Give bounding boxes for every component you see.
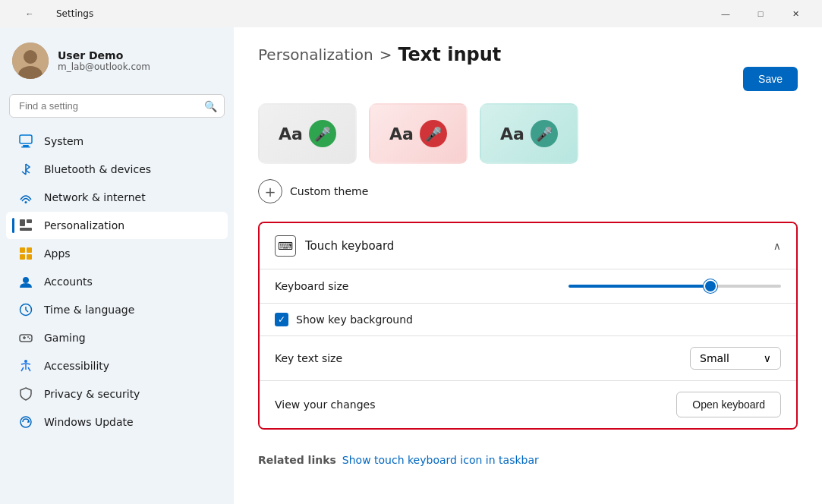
- close-button[interactable]: ✕: [778, 0, 813, 27]
- custom-theme-row[interactable]: + Custom theme: [258, 179, 798, 203]
- search-box: 🔍: [9, 94, 225, 118]
- sidebar-item-apps[interactable]: Apps: [6, 240, 228, 267]
- key-text-size-label: Key text size: [275, 352, 342, 364]
- keyboard-size-slider[interactable]: [568, 285, 781, 288]
- sidebar-item-gaming[interactable]: Gaming: [6, 324, 228, 351]
- titlebar-controls: — □ ✕: [708, 0, 813, 27]
- sidebar-item-update[interactable]: Windows Update: [6, 408, 228, 436]
- sidebar-label-time: Time & language: [44, 304, 134, 316]
- theme-aa-pink: Aa: [389, 124, 414, 143]
- theme-card-pink[interactable]: Aa 🎤: [369, 103, 468, 164]
- svg-rect-3: [20, 135, 32, 143]
- network-icon: [18, 190, 33, 205]
- chevron-up-icon: ∧: [773, 240, 781, 252]
- breadcrumb-separator: >: [380, 46, 392, 64]
- sidebar-label-system: System: [44, 135, 83, 147]
- breadcrumb-current: Text input: [398, 44, 501, 65]
- svg-point-19: [24, 360, 27, 363]
- key-text-size-dropdown[interactable]: Small ∨: [690, 347, 781, 370]
- slider-container: [568, 285, 781, 288]
- keyboard-size-row: Keyboard size: [260, 269, 796, 303]
- theme-card-light[interactable]: Aa 🎤: [258, 103, 357, 164]
- maximize-button[interactable]: □: [743, 0, 778, 27]
- svg-point-6: [25, 201, 27, 203]
- sidebar-label-update: Windows Update: [44, 416, 134, 428]
- svg-rect-5: [21, 146, 30, 148]
- personalization-icon: [18, 218, 33, 233]
- theme-aa-teal: Aa: [500, 124, 524, 143]
- sidebar-item-personalization[interactable]: Personalization: [6, 212, 228, 239]
- svg-rect-4: [23, 145, 29, 146]
- dropdown-chevron-icon: ∨: [764, 352, 771, 364]
- open-keyboard-button[interactable]: Open keyboard: [676, 392, 781, 417]
- show-key-bg-label: Show key background: [296, 313, 413, 326]
- view-changes-label: View your changes: [275, 398, 375, 411]
- user-email: m_lab@outlook.com: [58, 61, 150, 72]
- svg-rect-9: [27, 219, 32, 223]
- sidebar-label-apps: Apps: [44, 247, 71, 260]
- sidebar-item-accounts[interactable]: Accounts: [6, 268, 228, 295]
- user-name: User Demo: [58, 49, 150, 61]
- accounts-icon: [18, 274, 33, 289]
- save-themes-button[interactable]: Save: [743, 67, 798, 91]
- custom-theme-label: Custom theme: [290, 185, 368, 197]
- sidebar-nav: System Bluetooth & devices Network & int…: [0, 127, 234, 436]
- touch-keyboard-header[interactable]: ⌨ Touch keyboard ∧: [260, 223, 796, 269]
- update-icon: [18, 414, 33, 430]
- svg-rect-12: [20, 254, 25, 260]
- gaming-icon: [18, 330, 33, 345]
- search-input[interactable]: [9, 94, 225, 118]
- theme-cards: Aa 🎤 Aa 🎤 Aa 🎤: [258, 103, 798, 164]
- sidebar-label-gaming: Gaming: [44, 332, 86, 344]
- svg-rect-11: [27, 247, 32, 253]
- svg-point-20: [20, 417, 31, 427]
- content-body: Save Aa 🎤 Aa 🎤 Aa 🎤 + Custom t: [234, 67, 822, 496]
- search-icon: 🔍: [204, 100, 217, 112]
- sidebar-label-accounts: Accounts: [44, 276, 93, 288]
- sidebar-item-privacy[interactable]: Privacy & security: [6, 380, 228, 408]
- sidebar-item-time[interactable]: Time & language: [6, 296, 228, 323]
- privacy-icon: [18, 386, 33, 402]
- show-key-bg-checkbox[interactable]: ✓: [275, 313, 288, 326]
- mic-bubble-pink: 🎤: [420, 120, 447, 147]
- related-links-label: Related links: [258, 454, 336, 466]
- svg-rect-7: [20, 228, 32, 231]
- sidebar-label-bluetooth: Bluetooth & devices: [44, 163, 151, 175]
- sidebar: User Demo m_lab@outlook.com 🔍 System Blu…: [0, 27, 234, 504]
- svg-rect-13: [27, 254, 32, 260]
- bluetooth-icon: [18, 162, 33, 177]
- touch-keyboard-title: Touch keyboard: [305, 239, 394, 253]
- add-theme-icon: +: [258, 179, 282, 203]
- minimize-button[interactable]: —: [708, 0, 743, 27]
- related-link-taskbar[interactable]: Show touch keyboard icon in taskbar: [342, 454, 539, 466]
- user-info: User Demo m_lab@outlook.com: [58, 49, 150, 72]
- sidebar-item-network[interactable]: Network & internet: [6, 184, 228, 211]
- back-button[interactable]: ←: [12, 0, 47, 27]
- titlebar: ← Settings — □ ✕: [0, 0, 822, 27]
- breadcrumb-parent: Personalization: [258, 46, 373, 64]
- svg-point-1: [24, 50, 37, 64]
- theme-card-teal[interactable]: Aa 🎤: [480, 103, 578, 164]
- titlebar-title: Settings: [56, 8, 93, 19]
- main-content: Personalization > Text input Save Save A…: [234, 27, 822, 504]
- sidebar-item-bluetooth[interactable]: Bluetooth & devices: [6, 156, 228, 183]
- sidebar-item-system[interactable]: System: [6, 128, 228, 155]
- sidebar-label-network: Network & internet: [44, 191, 146, 203]
- sidebar-item-accessibility[interactable]: Accessibility: [6, 352, 228, 380]
- svg-point-17: [27, 336, 29, 338]
- user-profile[interactable]: User Demo m_lab@outlook.com: [0, 33, 234, 94]
- svg-point-14: [23, 277, 29, 283]
- keyboard-size-label: Keyboard size: [275, 280, 348, 292]
- system-icon: [18, 134, 33, 149]
- sidebar-label-accessibility: Accessibility: [44, 360, 109, 372]
- avatar: [12, 43, 49, 79]
- show-key-bg-row[interactable]: ✓ Show key background: [260, 304, 796, 335]
- view-changes-row: View your changes Open keyboard: [260, 381, 796, 428]
- app-body: User Demo m_lab@outlook.com 🔍 System Blu…: [0, 27, 822, 504]
- breadcrumb: Personalization > Text input: [258, 44, 501, 65]
- section-header-left: ⌨ Touch keyboard: [275, 235, 394, 257]
- theme-aa-light: Aa: [279, 124, 303, 143]
- key-text-size-row: Key text size Small ∨: [260, 336, 796, 380]
- titlebar-left: ← Settings: [12, 0, 93, 27]
- keyboard-icon: ⌨: [275, 235, 296, 257]
